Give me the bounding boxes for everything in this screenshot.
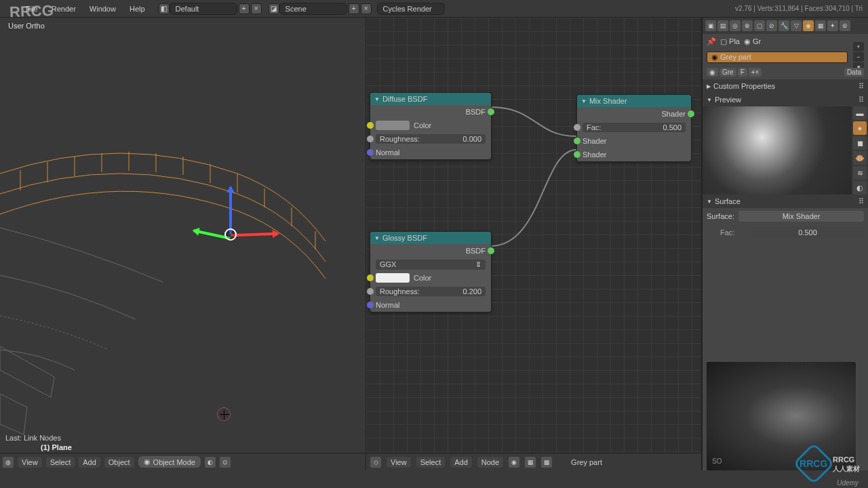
menu-help[interactable]: Help	[123, 5, 152, 13]
socket-color-in[interactable]	[367, 274, 374, 281]
fac-value-field[interactable]: 0.500	[751, 227, 864, 238]
add-slot-button[interactable]: +	[853, 42, 864, 52]
preview-monkey-icon[interactable]: 🐵	[853, 151, 867, 165]
tree-type-texture-icon[interactable]: ▩	[541, 457, 552, 468]
add-menu[interactable]: Add	[79, 457, 100, 468]
preview-panel-header[interactable]: ▼Preview⠿	[703, 93, 868, 106]
viewport-header: ◍ View Select Add Object ◉Object Mode ◐ …	[0, 453, 366, 470]
modifiers-tab-icon[interactable]: 🔧	[778, 20, 789, 31]
select-menu[interactable]: Select	[46, 457, 75, 468]
custom-properties-panel-header[interactable]: ▶Custom Properties⠿	[703, 79, 868, 93]
render-layers-tab-icon[interactable]: ▤	[717, 20, 728, 31]
add-material-button[interactable]: +×	[749, 68, 762, 77]
preview-hair-icon[interactable]: ≋	[853, 166, 867, 180]
material-tab-icon[interactable]: ◉	[803, 20, 814, 31]
menu-render[interactable]: Render	[45, 5, 83, 13]
material-name-label: Grey part	[571, 458, 602, 466]
gizmo-z-axis[interactable]	[229, 187, 232, 235]
node-glossy-bsdf[interactable]: ▼Glossy BSDF BSDF GGX⇕ Color Roughness:0…	[370, 231, 492, 312]
back-to-previous-icon[interactable]: ◧	[159, 3, 170, 14]
distribution-dropdown[interactable]: GGX⇕	[376, 260, 486, 270]
collapse-icon[interactable]: ▼	[374, 235, 380, 241]
color-label: Color	[414, 274, 431, 282]
socket-shader2-in[interactable]	[574, 151, 580, 158]
roughness-field[interactable]: Roughness:0.000	[376, 134, 486, 144]
add-menu[interactable]: Add	[450, 457, 472, 468]
scene-browse-icon[interactable]: ◪	[269, 3, 279, 14]
view-menu[interactable]: View	[18, 457, 42, 468]
remove-slot-button[interactable]: −	[853, 52, 864, 62]
gizmo-x-axis[interactable]	[231, 232, 278, 237]
socket-bsdf-out[interactable]	[488, 108, 494, 115]
pivot-icon[interactable]: ⊙	[220, 457, 231, 468]
add-layout-icon[interactable]: +	[239, 3, 250, 14]
render-engine-selector[interactable]: Cycles Render	[377, 3, 445, 15]
node-title: Diffuse BSDF	[382, 95, 427, 103]
socket-normal-in[interactable]	[367, 302, 374, 308]
object-menu[interactable]: Object	[104, 457, 134, 468]
socket-normal-in[interactable]	[367, 149, 374, 156]
tree-type-compositor-icon[interactable]: ▦	[525, 457, 536, 468]
screen-layout-selector[interactable]: Default	[170, 3, 237, 15]
physics-tab-icon[interactable]: ⊚	[840, 20, 850, 31]
world-tab-icon[interactable]: ⊕	[742, 20, 753, 31]
3d-viewport[interactable]: User Ortho L	[0, 18, 366, 470]
editor-type-icon[interactable]: ◇	[370, 457, 381, 468]
gizmo-center[interactable]	[224, 228, 237, 241]
link-data-selector[interactable]: Data	[844, 68, 864, 77]
tree-type-shader-icon[interactable]: ◉	[509, 457, 519, 468]
data-tab-icon[interactable]: ▽	[791, 20, 802, 31]
socket-color-in[interactable]	[367, 122, 374, 129]
breadcrumb-obj[interactable]: ▢ Pla	[720, 37, 740, 46]
delete-scene-icon[interactable]: ×	[361, 3, 372, 14]
texture-tab-icon[interactable]: ▦	[815, 20, 826, 31]
menu-file[interactable]: File	[19, 5, 45, 13]
socket-roughness-in[interactable]	[367, 136, 374, 142]
socket-roughness-in[interactable]	[367, 288, 374, 295]
node-editor[interactable]: ▼Diffuse BSDF BSDF Color Roughness:0.000…	[366, 18, 702, 470]
preview-cube-icon[interactable]: ◼	[853, 136, 867, 150]
surface-panel-header[interactable]: ▼Surface⠿	[703, 195, 868, 208]
color-swatch[interactable]	[376, 121, 410, 130]
preview-flat-icon[interactable]: ▬	[853, 106, 867, 120]
collapse-icon[interactable]: ▼	[374, 96, 380, 102]
material-name-field[interactable]: Gre	[719, 68, 736, 77]
node-diffuse-bsdf[interactable]: ▼Diffuse BSDF BSDF Color Roughness:0.000…	[370, 92, 492, 160]
object-tab-icon[interactable]: ▢	[754, 20, 765, 31]
particles-tab-icon[interactable]: ✦	[827, 20, 838, 31]
scene-selector[interactable]: Scene	[279, 3, 347, 15]
mode-selector[interactable]: ◉Object Mode	[138, 456, 201, 468]
breadcrumb-mat[interactable]: ◉ Gr	[744, 37, 761, 46]
node-menu[interactable]: Node	[477, 457, 503, 468]
surface-shader-button[interactable]: Mix Shader	[738, 211, 864, 222]
editor-type-icon[interactable]: ◍	[3, 457, 14, 468]
shading-icon[interactable]: ◐	[205, 457, 216, 468]
material-slot-item[interactable]: ◉ Grey part	[707, 52, 848, 63]
scene-tab-icon[interactable]: ◎	[730, 20, 741, 31]
preview-sphere-a-icon[interactable]: ◐	[853, 181, 867, 195]
constraints-tab-icon[interactable]: ⊘	[766, 20, 777, 31]
delete-layout-icon[interactable]: ×	[251, 3, 262, 14]
socket-shader-out[interactable]	[688, 110, 694, 117]
material-browse-icon[interactable]: ◉	[707, 68, 718, 77]
render-tab-icon[interactable]: ▣	[705, 20, 716, 31]
shader-label: Shader	[583, 137, 606, 145]
socket-fac-in[interactable]	[574, 124, 580, 131]
top-menu-bar: File Render Window Help ◧ Default + × ◪ …	[0, 0, 868, 18]
node-title: Glossy BSDF	[382, 234, 427, 242]
menu-window[interactable]: Window	[83, 5, 123, 13]
select-menu[interactable]: Select	[416, 457, 446, 468]
view-menu[interactable]: View	[387, 457, 411, 468]
roughness-field[interactable]: Roughness:0.200	[376, 287, 486, 296]
fac-field[interactable]: Fac:0.500	[583, 123, 686, 132]
pin-icon[interactable]: 📌	[707, 37, 716, 46]
last-operator-label[interactable]: Last: Link Nodes	[5, 434, 61, 442]
fake-user-button[interactable]: F	[738, 68, 747, 77]
color-swatch[interactable]	[376, 273, 410, 283]
socket-shader1-in[interactable]	[574, 138, 580, 144]
preview-sphere-icon[interactable]: ●	[853, 121, 867, 135]
node-mix-shader[interactable]: ▼Mix Shader Shader Fac:0.500 Shader Shad…	[576, 94, 692, 162]
socket-bsdf-out[interactable]	[488, 247, 494, 254]
add-scene-icon[interactable]: +	[349, 3, 359, 14]
collapse-icon[interactable]: ▼	[581, 98, 587, 104]
